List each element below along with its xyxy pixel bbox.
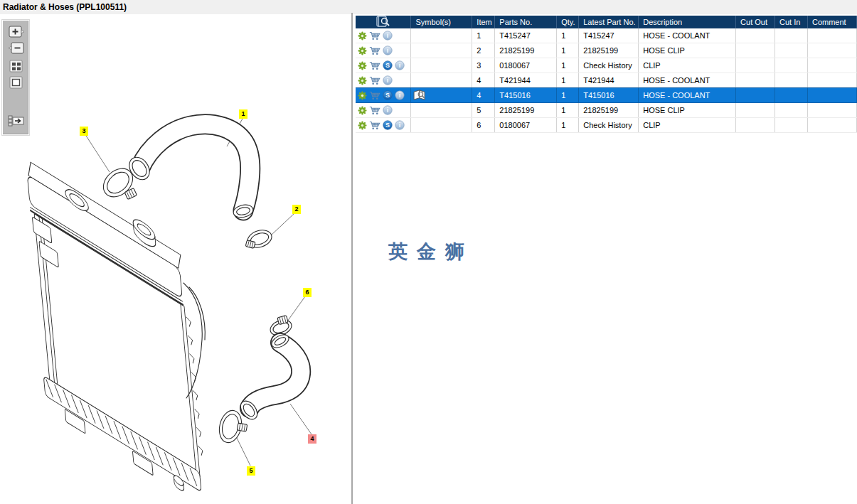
column-header-latest-part-no: Latest Part No. (579, 16, 639, 28)
settings-icon[interactable] (358, 106, 367, 115)
callout-6[interactable]: 6 (303, 288, 312, 297)
cut-in-cell (775, 88, 808, 103)
table-row[interactable]: 3 0180067 1 Check History CLIP (356, 58, 857, 73)
tile-view-icon (8, 60, 25, 73)
info-icon[interactable] (383, 45, 393, 55)
hose-top-part[interactable] (125, 124, 254, 219)
parts-diagram[interactable] (0, 0, 351, 504)
comment-cell (807, 58, 856, 73)
info-icon[interactable] (395, 60, 405, 70)
clamp-2-part[interactable] (245, 227, 274, 251)
add-to-cart-icon[interactable] (369, 76, 380, 85)
zoom-in-icon (8, 26, 25, 38)
comment-cell (807, 103, 856, 118)
add-to-cart-icon[interactable] (369, 46, 380, 55)
tile-view-button[interactable] (8, 60, 25, 73)
info-icon[interactable] (395, 120, 405, 130)
illustration-symbol-icon[interactable] (413, 90, 427, 100)
table-row[interactable]: 6 0180067 1 Check History CLIP (356, 118, 857, 133)
settings-icon[interactable] (358, 121, 367, 130)
cut-out-cell (736, 118, 775, 133)
add-to-cart-icon[interactable] (369, 91, 380, 100)
toggle-panel-button[interactable] (8, 114, 25, 127)
settings-icon[interactable] (358, 61, 367, 70)
symbols-cell (411, 103, 472, 118)
settings-icon[interactable] (358, 91, 367, 100)
parts-no-cell: 21825199 (495, 43, 557, 58)
callout-2[interactable]: 2 (292, 205, 301, 214)
cut-in-cell (775, 103, 808, 118)
parts-no-cell: 0180067 (495, 58, 557, 73)
latest-part-no-cell: T415247 (579, 28, 639, 43)
table-row[interactable]: 2 21825199 1 21825199 HOSE CLIP (356, 43, 857, 58)
fit-to-window-button[interactable] (8, 76, 25, 89)
cut-in-cell (775, 28, 808, 43)
settings-icon[interactable] (358, 76, 367, 85)
table-row[interactable]: 1 T415247 1 T415247 HOSE - COOLANT (356, 28, 857, 43)
qty-cell: 1 (557, 88, 579, 103)
qty-cell: 1 (557, 118, 579, 133)
cut-out-cell (736, 88, 775, 103)
item-cell: 6 (472, 118, 495, 133)
radiator-side-bracket-inner (189, 287, 205, 340)
table-row[interactable]: 5 21825199 1 21825199 HOSE CLIP (356, 103, 857, 118)
qty-cell: 1 (557, 73, 579, 88)
substitute-icon[interactable] (383, 60, 393, 70)
hose-bottom-part[interactable] (238, 332, 302, 422)
description-cell: HOSE - COOLANT (639, 73, 736, 88)
item-cell: 1 (472, 28, 495, 43)
callout-4-selected[interactable]: 4 (308, 434, 316, 444)
info-icon[interactable] (383, 105, 393, 115)
add-to-cart-icon[interactable] (369, 31, 380, 41)
preview-search-icon (376, 16, 390, 27)
latest-part-no-cell: Check History (579, 118, 639, 133)
settings-icon[interactable] (358, 46, 367, 55)
pane-divider[interactable] (351, 13, 353, 504)
latest-part-no-cell: Check History (579, 58, 639, 73)
comment-cell (807, 118, 856, 133)
symbols-cell (411, 58, 472, 73)
column-header-qty: Qty. (557, 16, 579, 28)
table-row[interactable]: 4 T421944 1 T421944 HOSE - COOLANT (356, 73, 857, 88)
column-header-symbols: Symbol(s) (411, 16, 472, 28)
callout-5[interactable]: 5 (247, 466, 255, 476)
substitute-icon[interactable] (383, 120, 393, 130)
symbols-cell (411, 28, 472, 43)
callout-3[interactable]: 3 (80, 127, 88, 136)
check-history-link[interactable]: Check History (583, 61, 632, 70)
cut-out-cell (736, 73, 775, 88)
substitute-icon[interactable] (383, 90, 393, 100)
latest-part-no-cell: 21825199 (579, 43, 639, 58)
parts-no-cell: T421944 (495, 73, 557, 88)
zoom-in-button[interactable] (8, 26, 25, 38)
info-icon[interactable] (395, 90, 405, 100)
comment-cell (807, 88, 856, 103)
info-icon[interactable] (383, 31, 393, 41)
zoom-out-button[interactable] (8, 42, 25, 55)
settings-icon[interactable] (358, 31, 367, 41)
toggle-panel-icon (8, 114, 25, 127)
latest-part-no-cell: T415016 (579, 88, 639, 103)
table-row-selected[interactable]: 4 T415016 1 T415016 HOSE - COOLANT (356, 88, 857, 103)
add-to-cart-icon[interactable] (369, 106, 380, 115)
symbols-cell (411, 118, 472, 133)
column-header-item: Item (472, 16, 495, 28)
add-to-cart-icon[interactable] (369, 121, 380, 130)
radiator-part[interactable] (23, 148, 208, 504)
info-icon[interactable] (383, 75, 393, 85)
column-header-parts-no: Parts No. (495, 16, 557, 28)
comment-cell (807, 73, 856, 88)
diagram-toolbar (2, 20, 29, 135)
parts-no-cell: 0180067 (495, 118, 557, 133)
callout-1[interactable]: 1 (239, 109, 247, 119)
column-header-cut-out: Cut Out (736, 16, 775, 28)
cut-in-cell (775, 58, 808, 73)
add-to-cart-icon[interactable] (369, 61, 380, 70)
description-cell: HOSE - COOLANT (639, 88, 736, 103)
cut-out-cell (736, 28, 775, 43)
latest-part-no-cell: 21825199 (579, 103, 639, 118)
description-cell: CLIP (639, 58, 736, 73)
check-history-link[interactable]: Check History (583, 121, 632, 129)
cut-out-cell (736, 103, 775, 118)
description-cell: HOSE - COOLANT (639, 28, 736, 43)
